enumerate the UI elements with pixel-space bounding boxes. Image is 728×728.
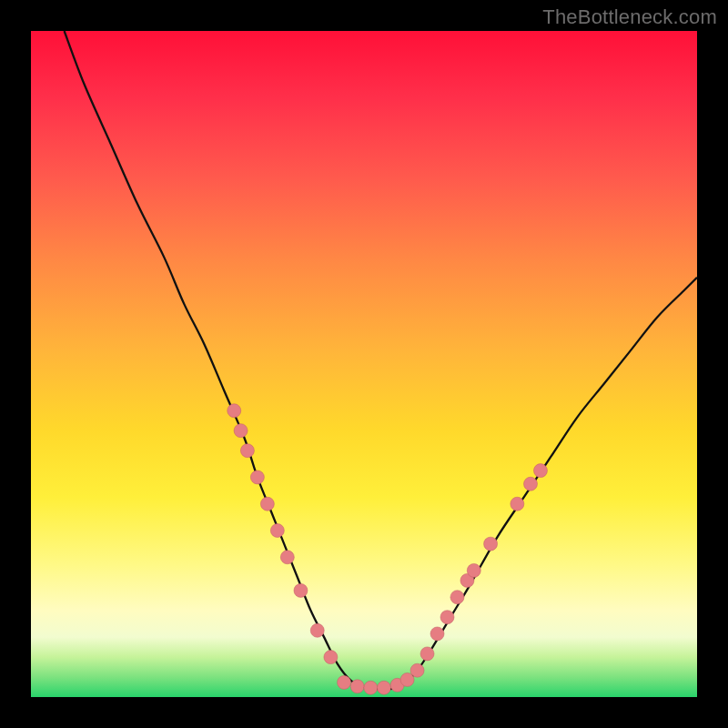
data-dot [310,623,324,637]
data-dot [440,611,454,624]
data-dot [410,663,424,677]
data-dot [234,424,248,438]
data-dot [250,470,264,484]
data-dot [294,583,308,597]
data-dot [524,477,538,490]
watermark-text: TheBottleneck.com [542,5,717,29]
data-dot [270,524,284,538]
data-dot [350,680,364,693]
data-dot [420,647,434,661]
data-dots [228,404,548,695]
data-dot [484,537,498,551]
data-dot [364,681,378,694]
data-dot [338,675,351,689]
chart-frame: TheBottleneck.com [0,0,728,728]
data-dot [228,404,241,418]
chart-overlay [31,31,697,697]
data-dot [260,497,274,511]
data-dot [377,681,390,694]
data-dot [467,563,480,577]
data-dot [240,444,254,458]
data-dot [430,627,444,641]
bottleneck-curve [65,31,697,690]
data-dot [280,551,294,564]
data-dot [450,591,464,604]
data-dot [533,464,547,478]
data-dot [324,651,338,664]
data-dot [511,497,524,511]
curve [65,31,697,690]
